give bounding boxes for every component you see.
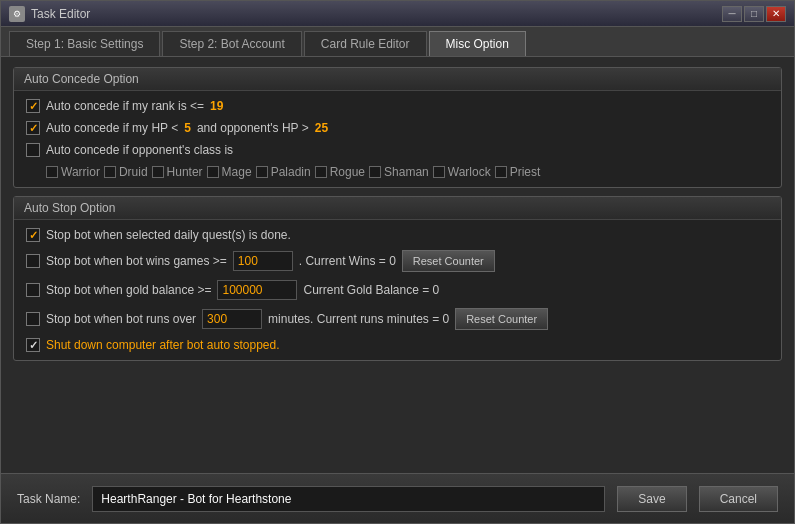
stop-quest-checkbox[interactable]: [26, 228, 40, 242]
stop-gold-input[interactable]: [217, 280, 297, 300]
stop-row-2: Stop bot when bot wins games >= . Curren…: [26, 250, 769, 272]
class-priest: Priest: [495, 165, 541, 179]
class-checkboxes: Warrior Druid Hunter Mage: [46, 165, 769, 179]
shaman-label: Shaman: [384, 165, 429, 179]
shaman-checkbox[interactable]: [369, 166, 381, 178]
stop-row-4: Stop bot when bot runs over minutes. Cur…: [26, 308, 769, 330]
stop-minutes-input[interactable]: [202, 309, 262, 329]
class-warlock: Warlock: [433, 165, 491, 179]
hunter-label: Hunter: [167, 165, 203, 179]
footer: Task Name: Save Cancel: [1, 473, 794, 523]
content-area: Auto Concede Option Auto concede if my r…: [1, 57, 794, 473]
rogue-label: Rogue: [330, 165, 365, 179]
paladin-label: Paladin: [271, 165, 311, 179]
priest-checkbox[interactable]: [495, 166, 507, 178]
concede-hp-checkbox[interactable]: [26, 121, 40, 135]
concede-row-1: Auto concede if my rank is <= 19: [26, 99, 769, 113]
tab-card-rule-editor[interactable]: Card Rule Editor: [304, 31, 427, 56]
class-paladin: Paladin: [256, 165, 311, 179]
tab-basic-settings[interactable]: Step 1: Basic Settings: [9, 31, 160, 56]
main-window: ⚙ Task Editor ─ □ ✕ Step 1: Basic Settin…: [0, 0, 795, 524]
stop-row-3: Stop bot when gold balance >= Current Go…: [26, 280, 769, 300]
tab-bot-account[interactable]: Step 2: Bot Account: [162, 31, 301, 56]
auto-concede-header: Auto Concede Option: [14, 68, 781, 91]
class-hunter: Hunter: [152, 165, 203, 179]
concede-rank-value: 19: [210, 99, 223, 113]
task-name-input[interactable]: [92, 486, 605, 512]
stop-minutes-checkbox[interactable]: [26, 312, 40, 326]
paladin-checkbox[interactable]: [256, 166, 268, 178]
stop-gold-label2: Current Gold Balance = 0: [303, 283, 439, 297]
warrior-label: Warrior: [61, 165, 100, 179]
stop-row-1: Stop bot when selected daily quest(s) is…: [26, 228, 769, 242]
stop-shutdown-checkbox[interactable]: [26, 338, 40, 352]
class-mage: Mage: [207, 165, 252, 179]
auto-stop-section: Auto Stop Option Stop bot when selected …: [13, 196, 782, 361]
class-druid: Druid: [104, 165, 148, 179]
reset-wins-button[interactable]: Reset Counter: [402, 250, 495, 272]
auto-concede-body: Auto concede if my rank is <= 19 Auto co…: [14, 91, 781, 187]
druid-checkbox[interactable]: [104, 166, 116, 178]
concede-hp-value2: 25: [315, 121, 328, 135]
class-shaman: Shaman: [369, 165, 429, 179]
warlock-label: Warlock: [448, 165, 491, 179]
stop-row-5: Shut down computer after bot auto stoppe…: [26, 338, 769, 352]
stop-wins-label2: . Current Wins = 0: [299, 254, 396, 268]
stop-quest-label: Stop bot when selected daily quest(s) is…: [46, 228, 291, 242]
druid-label: Druid: [119, 165, 148, 179]
concede-class-label: Auto concede if opponent's class is: [46, 143, 233, 157]
concede-hp-value1: 5: [184, 121, 191, 135]
window-icon: ⚙: [9, 6, 25, 22]
titlebar: ⚙ Task Editor ─ □ ✕: [1, 1, 794, 27]
titlebar-buttons: ─ □ ✕: [722, 6, 786, 22]
auto-stop-body: Stop bot when selected daily quest(s) is…: [14, 220, 781, 360]
maximize-button[interactable]: □: [744, 6, 764, 22]
stop-wins-label1: Stop bot when bot wins games >=: [46, 254, 227, 268]
hunter-checkbox[interactable]: [152, 166, 164, 178]
rogue-checkbox[interactable]: [315, 166, 327, 178]
class-warrior: Warrior: [46, 165, 100, 179]
priest-label: Priest: [510, 165, 541, 179]
save-button[interactable]: Save: [617, 486, 686, 512]
stop-gold-label1: Stop bot when gold balance >=: [46, 283, 211, 297]
auto-concede-section: Auto Concede Option Auto concede if my r…: [13, 67, 782, 188]
stop-minutes-label2: minutes. Current runs minutes = 0: [268, 312, 449, 326]
stop-wins-checkbox[interactable]: [26, 254, 40, 268]
warrior-checkbox[interactable]: [46, 166, 58, 178]
auto-stop-header: Auto Stop Option: [14, 197, 781, 220]
stop-gold-checkbox[interactable]: [26, 283, 40, 297]
window-title: Task Editor: [31, 7, 722, 21]
stop-wins-input[interactable]: [233, 251, 293, 271]
concede-row-2: Auto concede if my HP < 5 and opponent's…: [26, 121, 769, 135]
task-name-label: Task Name:: [17, 492, 80, 506]
concede-rank-checkbox[interactable]: [26, 99, 40, 113]
warlock-checkbox[interactable]: [433, 166, 445, 178]
mage-label: Mage: [222, 165, 252, 179]
mage-checkbox[interactable]: [207, 166, 219, 178]
concede-rank-label: Auto concede if my rank is <=: [46, 99, 204, 113]
concede-hp-label2: and opponent's HP >: [197, 121, 309, 135]
concede-class-checkbox[interactable]: [26, 143, 40, 157]
cancel-button[interactable]: Cancel: [699, 486, 778, 512]
close-button[interactable]: ✕: [766, 6, 786, 22]
stop-minutes-label1: Stop bot when bot runs over: [46, 312, 196, 326]
reset-minutes-button[interactable]: Reset Counter: [455, 308, 548, 330]
stop-shutdown-label: Shut down computer after bot auto stoppe…: [46, 338, 279, 352]
tabs-bar: Step 1: Basic Settings Step 2: Bot Accou…: [1, 27, 794, 57]
concede-hp-label1: Auto concede if my HP <: [46, 121, 178, 135]
minimize-button[interactable]: ─: [722, 6, 742, 22]
concede-row-3: Auto concede if opponent's class is: [26, 143, 769, 157]
class-rogue: Rogue: [315, 165, 365, 179]
tab-misc-option[interactable]: Misc Option: [429, 31, 526, 56]
